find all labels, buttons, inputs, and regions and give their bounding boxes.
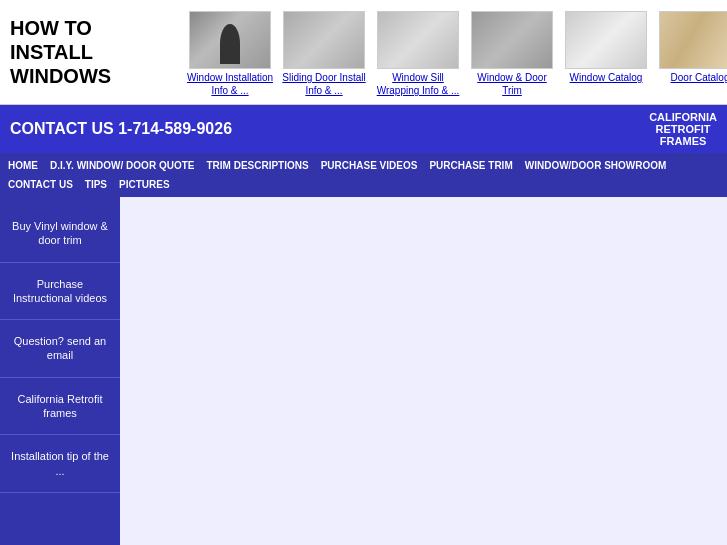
thumb-label-sliding-door: Sliding Door Install Info & ... (279, 71, 369, 97)
logo-title: HOW TO INSTALL WINDOWS (10, 16, 175, 88)
california-line1: CALIFORNIA (649, 111, 717, 123)
nav-item-diy-quote[interactable]: D.I.Y. WINDOW/ DOOR QUOTE (44, 156, 200, 175)
sidebar-item-install-tip[interactable]: Installation tip of the ... (0, 435, 120, 493)
thumb-img-door-catalog (659, 11, 727, 69)
nav-item-pictures[interactable]: PICTURES (113, 175, 176, 194)
content-area (120, 197, 727, 545)
sidebar: Buy Vinyl window & door trimPurchase Ins… (0, 197, 120, 545)
sidebar-item-purchase-videos[interactable]: Purchase Instructional videos (0, 263, 120, 321)
sidebar-item-question-email[interactable]: Question? send an email (0, 320, 120, 378)
thumb-label-door-catalog: Door Catalog (671, 71, 727, 84)
header: HOW TO INSTALL WINDOWS Window Installati… (0, 0, 727, 105)
thumb-label-window-install: Window Installation Info & ... (185, 71, 275, 97)
thumb-img-window-install (189, 11, 271, 69)
contact-bar: CONTACT US 1-714-589-9026 CALIFORNIA RET… (0, 105, 727, 153)
contact-label: CONTACT US (10, 120, 114, 137)
nav-item-trim-desc[interactable]: TRIM DESCRIPTIONS (200, 156, 314, 175)
sidebar-item-buy-trim[interactable]: Buy Vinyl window & door trim (0, 205, 120, 263)
main-layout: Buy Vinyl window & door trimPurchase Ins… (0, 197, 727, 545)
nav-bar: HOMED.I.Y. WINDOW/ DOOR QUOTETRIM DESCRI… (0, 153, 727, 197)
thumb-item-door-catalog[interactable]: Door Catalog (655, 11, 727, 84)
logo-line2: INSTALL WINDOWS (10, 41, 111, 87)
thumb-img-window-sill (377, 11, 459, 69)
thumb-label-window-catalog: Window Catalog (570, 71, 643, 84)
california-line3: FRAMES (660, 135, 706, 147)
california-line2: RETROFIT (656, 123, 711, 135)
nav-item-contact-us[interactable]: CONTACT US (2, 175, 79, 194)
thumbnail-row: Window Installation Info & ...Sliding Do… (185, 7, 727, 97)
california-section: CALIFORNIA RETROFIT FRAMES (649, 111, 717, 147)
thumb-item-sliding-door[interactable]: Sliding Door Install Info & ... (279, 11, 369, 97)
logo-area: HOW TO INSTALL WINDOWS (0, 8, 185, 96)
thumb-img-window-catalog (565, 11, 647, 69)
thumb-label-window-sill: Window Sill Wrapping Info & ... (373, 71, 463, 97)
thumb-label-window-door-trim: Window & Door Trim (467, 71, 557, 97)
sidebar-item-california-frames[interactable]: California Retrofit frames (0, 378, 120, 436)
thumb-item-window-catalog[interactable]: Window Catalog (561, 11, 651, 84)
thumb-img-sliding-door (283, 11, 365, 69)
nav-item-purchase-trim[interactable]: PURCHASE TRIM (423, 156, 518, 175)
contact-text: CONTACT US 1-714-589-9026 (10, 120, 232, 138)
nav-item-window-door-showroom[interactable]: WINDOW/DOOR SHOWROOM (519, 156, 673, 175)
contact-phone: 1-714-589-9026 (118, 120, 232, 137)
thumb-item-window-door-trim[interactable]: Window & Door Trim (467, 11, 557, 97)
logo-line1: HOW TO (10, 17, 92, 39)
thumb-img-window-door-trim (471, 11, 553, 69)
nav-item-tips[interactable]: TIPS (79, 175, 113, 194)
thumb-item-window-install[interactable]: Window Installation Info & ... (185, 11, 275, 97)
nav-item-purchase-videos[interactable]: PURCHASE VIDEOS (315, 156, 424, 175)
thumb-item-window-sill[interactable]: Window Sill Wrapping Info & ... (373, 11, 463, 97)
nav-item-home[interactable]: HOME (2, 156, 44, 175)
